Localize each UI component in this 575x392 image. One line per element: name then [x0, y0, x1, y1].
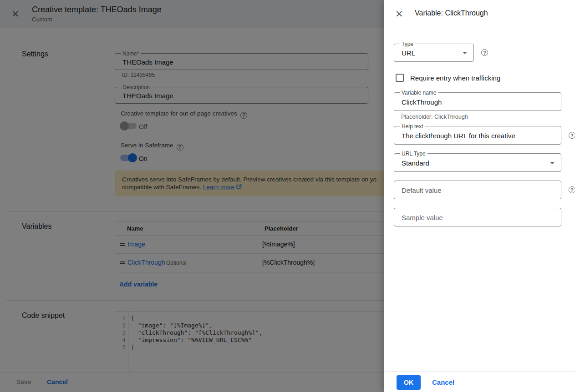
- panel-header: ✕ Variable: ClickThrough: [384, 0, 575, 28]
- ok-button[interactable]: OK: [397, 375, 421, 390]
- chevron-down-icon: [550, 162, 555, 164]
- help-text-label: Help text: [400, 123, 425, 130]
- help-icon[interactable]: ?: [569, 132, 575, 139]
- variable-side-panel: ✕ Variable: ClickThrough Type URL ? Requ…: [384, 0, 575, 392]
- close-icon[interactable]: ✕: [395, 9, 403, 19]
- help-icon[interactable]: ?: [481, 49, 488, 56]
- require-entry-checkbox[interactable]: [396, 74, 404, 82]
- url-type-select[interactable]: URL Type Standard: [394, 153, 561, 172]
- help-text-value: The clickthrough URL for this creative: [402, 131, 515, 139]
- panel-footer-bar: OK Cancel: [384, 372, 575, 392]
- default-value-input[interactable]: Default value: [394, 181, 561, 199]
- panel-title: Variable: ClickThrough: [415, 9, 488, 17]
- help-text-input[interactable]: Help text The clickthrough URL for this …: [394, 126, 561, 145]
- default-value-placeholder: Default value: [402, 186, 442, 194]
- url-type-value: Standard: [402, 159, 429, 166]
- variable-name-input[interactable]: Variable name ClickThrough: [394, 92, 561, 111]
- variable-name-value: ClickThrough: [402, 98, 442, 106]
- placeholder-helper-text: Placeholder: ClickThrough: [401, 114, 468, 120]
- help-icon[interactable]: ?: [569, 186, 575, 193]
- type-select-label: Type: [400, 41, 415, 47]
- url-type-label: URL Type: [400, 151, 427, 157]
- require-entry-label: Require entry when trafficking: [410, 74, 500, 82]
- modal-scrim: [0, 0, 384, 392]
- sample-value-input[interactable]: Sample value: [394, 208, 561, 226]
- chevron-down-icon: [463, 52, 467, 54]
- screen: ✕ Creative template: THEOads Image Custo…: [0, 0, 575, 392]
- sample-value-placeholder: Sample value: [402, 213, 443, 221]
- cancel-button[interactable]: Cancel: [432, 378, 454, 386]
- type-select-value: URL: [402, 49, 415, 57]
- variable-name-label: Variable name: [400, 90, 438, 96]
- type-select[interactable]: Type URL: [394, 44, 474, 62]
